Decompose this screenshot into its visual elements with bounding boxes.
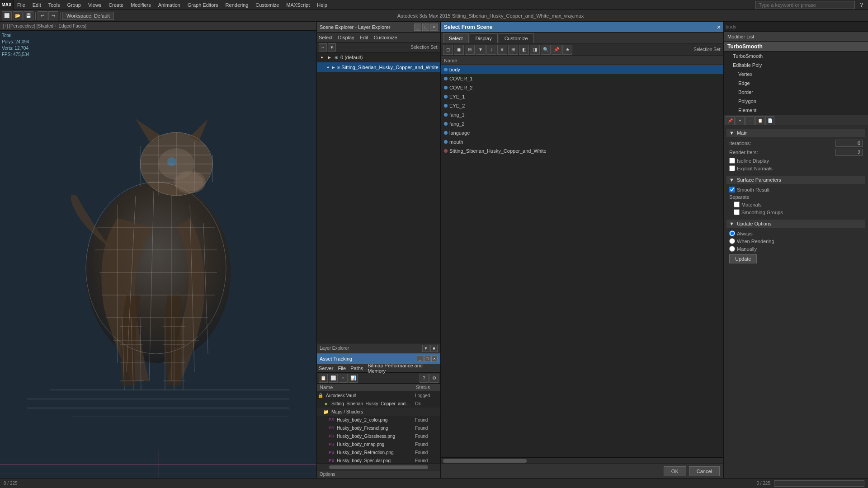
menu-maxscript[interactable]: MAXScript [283,0,313,9]
at-row-maps-folder[interactable]: 📁 Maps / Shaders [317,408,440,416]
sp-tab-display[interactable]: Display [470,33,498,43]
save-icon[interactable]: 💾 [24,11,33,20]
new-file-icon[interactable]: ⬜ [2,11,12,20]
help-icon[interactable]: ? [859,2,864,8]
sp-scrollbar[interactable] [441,457,723,464]
sp-item-mouth[interactable]: mouth [441,137,723,146]
sp-tb-find[interactable]: 🔍 [541,45,551,55]
at-scrollbar-thumb[interactable] [329,465,428,469]
sp-item-language[interactable]: language [441,128,723,137]
sp-tb-invert[interactable]: ⊟ [465,45,475,55]
stack-vertex[interactable]: Vertex [724,70,868,79]
menu-file[interactable]: File [14,0,29,9]
redo-icon[interactable]: ↪ [48,11,58,20]
prop-manually-radio[interactable] [729,246,735,252]
menu-animation[interactable]: Animation [155,0,184,9]
sp-item-fang1[interactable]: fang_1 [441,110,723,119]
sp-tb-select-all[interactable]: ◻ [443,45,453,55]
at-row-vault[interactable]: 🔒 Autodesk Vault Logged [317,391,440,399]
stack-edge[interactable]: Edge [724,79,868,88]
tree-item-husky[interactable]: ● ▶ ◉ Sitting_Siberian_Husky_Copper_and_… [317,62,440,72]
sp-item-eye1[interactable]: EYE_1 [441,92,723,101]
sp-tb-highlight[interactable]: ★ [562,45,572,55]
workspace-button[interactable]: Workspace: Default [62,12,114,20]
stack-polygon[interactable]: Polygon [724,97,868,106]
menu-create[interactable]: Create [105,0,127,9]
at-row-texture1[interactable]: PS Husky_body_2_color.png Found [317,416,440,424]
sp-tb-filter[interactable]: ▼ [476,45,486,55]
at-row-texture6[interactable]: PS Husky_body_Specular.png Found [317,456,440,464]
sp-tb-sort[interactable]: ↕ [486,45,496,55]
stack-editable-poly[interactable]: Editable Poly [724,61,868,70]
menu-group[interactable]: Group [63,0,85,9]
menu-customize[interactable]: Customize [252,0,283,9]
prop-surface-expand[interactable]: ▼ [729,177,734,183]
st-remove-btn[interactable]: - [745,116,755,125]
at-menu-bitmap[interactable]: Bitmap Performance and Memory [368,363,439,374]
at-scrollbar[interactable] [317,464,440,470]
prop-update-btn[interactable]: Update [729,254,757,263]
menu-modifiers[interactable]: Modifiers [127,0,155,9]
se-menu-display[interactable]: Display [338,35,354,40]
prop-update-expand[interactable]: ▼ [729,221,734,226]
at-tb-btn4[interactable]: 📊 [349,374,358,383]
at-row-texture2[interactable]: PS Husky_body_Fresnel.png Found [317,424,440,432]
open-icon[interactable]: 📂 [13,11,23,20]
prop-smoothing-groups-checkbox[interactable] [734,209,740,215]
sp-item-cover1[interactable]: COVER_1 [441,74,723,83]
se-menu-customize[interactable]: Customize [374,35,397,40]
sp-item-eye2[interactable]: EYE_2 [441,101,723,110]
se-restore-btn[interactable]: □ [422,23,429,31]
at-minimize-btn[interactable]: _ [417,356,423,362]
menu-rendering[interactable]: Rendering [222,0,252,9]
se-minimize-btn[interactable]: _ [414,23,421,31]
prop-render-iters-input[interactable] [835,149,863,156]
sp-tb-pin[interactable]: 📌 [552,45,561,55]
sp-tb-view2[interactable]: ⊞ [508,45,518,55]
menu-graph-editors[interactable]: Graph Editors [184,0,222,9]
at-tb-btn3[interactable]: ≡ [339,374,348,383]
sp-item-sitting-husky[interactable]: Sitting_Siberian_Husky_Copper_and_White [441,146,723,155]
sp-scrollbar-thumb[interactable] [443,459,527,463]
menu-views[interactable]: Views [85,0,105,9]
sp-tab-customize[interactable]: Customize [499,33,534,43]
timeline-bar[interactable] [774,480,864,487]
object-visibility-icon[interactable]: ◉ [336,64,340,70]
sp-tb-view4[interactable]: ◨ [530,45,540,55]
at-settings-btn[interactable]: ⚙ [429,374,439,383]
st-pin-btn[interactable]: 📌 [726,116,735,125]
prop-materials-checkbox[interactable] [734,202,740,207]
stack-element[interactable]: Element [724,106,868,115]
at-help-btn[interactable]: ? [420,374,429,383]
st-copy-btn[interactable]: 📋 [755,116,764,125]
undo-icon[interactable]: ↩ [38,11,47,20]
object-expand-icon[interactable]: ▶ [331,64,335,70]
viewport-canvas[interactable]: Total Polys: 24,094 Verts: 12,704 FPS: 4… [0,31,316,478]
at-tb-btn1[interactable]: 📋 [319,374,328,383]
at-menu-server[interactable]: Server [319,366,333,371]
tree-item-layer0[interactable]: ● ▶ ◉ 0 (default) [317,52,440,62]
prop-iterations-input[interactable] [835,140,863,147]
sp-item-fang2[interactable]: fang_2 [441,119,723,128]
expand-icon[interactable]: ▶ [326,54,332,61]
prop-main-expand[interactable]: ▼ [729,130,734,136]
sp-item-body[interactable]: body [441,65,723,74]
at-close-btn[interactable]: × [431,356,438,362]
menu-help[interactable]: Help [313,0,331,9]
at-tb-btn2[interactable]: ⬜ [329,374,338,383]
se-close-btn[interactable]: × [430,23,438,31]
st-paste-btn[interactable]: 📄 [765,116,774,125]
prop-when-rendering-radio[interactable] [729,238,735,244]
menu-edit[interactable]: Edit [29,0,45,9]
at-row-texture5[interactable]: PS Husky_body_Refraction.png Found [317,448,440,456]
stack-border[interactable]: Border [724,88,868,97]
at-row-texture3[interactable]: PS Husky_body_Glossiness.png Found [317,432,440,440]
at-menu-file[interactable]: File [338,366,346,371]
at-row-texture4[interactable]: PS Husky_body_nmap.png Found [317,440,440,448]
prop-isoline-checkbox[interactable] [729,158,735,164]
se-menu-select[interactable]: Select [319,35,333,40]
sp-ok-button[interactable]: OK [664,466,686,476]
at-menu-paths[interactable]: Paths [350,366,363,371]
search-input[interactable] [755,1,855,9]
sp-tb-select-none[interactable]: ◼ [454,45,464,55]
